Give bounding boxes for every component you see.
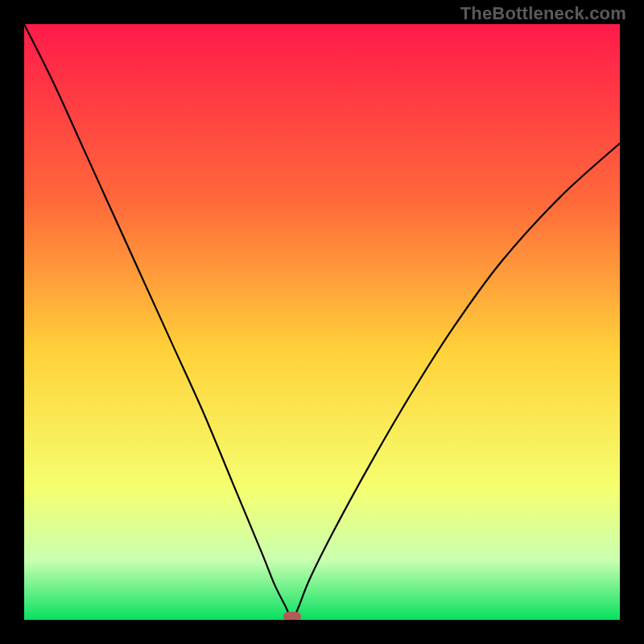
watermark-text: TheBottleneck.com — [460, 3, 626, 24]
plot-area — [24, 24, 620, 620]
bottleneck-curve-path — [24, 24, 620, 620]
optimal-point-marker — [283, 612, 301, 620]
bottleneck-curve — [24, 24, 620, 620]
chart-frame: TheBottleneck.com — [0, 0, 644, 644]
